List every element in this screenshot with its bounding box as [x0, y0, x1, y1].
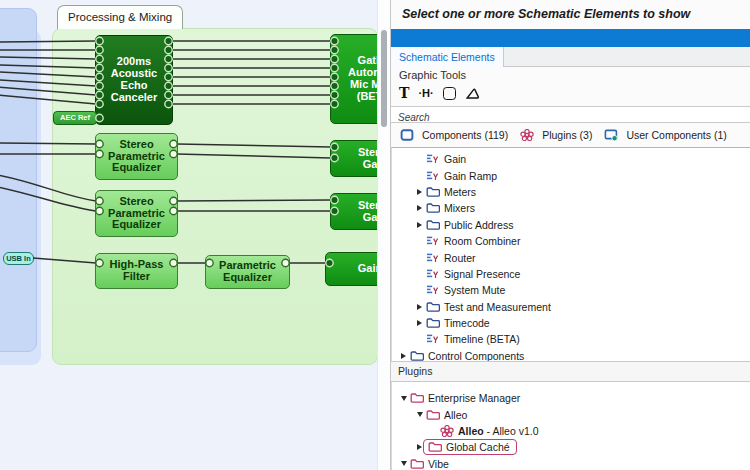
component-icon — [426, 153, 440, 165]
catalog-tab-label: Components (119) — [422, 129, 508, 141]
collapse-arrow-icon[interactable] — [401, 461, 407, 466]
tree-item-public-address[interactable]: Public Address — [398, 217, 750, 233]
panel-tabstrip: Schematic Elements — [391, 47, 750, 67]
collapse-arrow-icon[interactable] — [417, 412, 423, 417]
usb-in-badge[interactable]: USB In — [3, 252, 34, 265]
expand-arrow-icon[interactable] — [417, 189, 422, 195]
tree-item-global-cache[interactable]: Global Caché — [398, 439, 750, 455]
tree-item-signal-presence[interactable]: Signal Presence — [398, 266, 750, 282]
rounded-rectangle-icon — [443, 87, 456, 100]
tree-item-room-combiner[interactable]: Room Combiner — [398, 233, 750, 249]
aec-ref-badge[interactable]: AEC Ref — [53, 111, 97, 125]
tree-item-label: Signal Presence — [444, 268, 520, 280]
input-group-panel[interactable] — [0, 8, 37, 352]
tree-item-gain[interactable]: Gain — [398, 151, 750, 167]
catalog-tabs: Components (119) Plugins (3) User Compon… — [391, 123, 750, 147]
tree-item-timeline-beta[interactable]: Timeline (BETA) — [398, 331, 750, 347]
tree-item-label: Timeline (BETA) — [444, 333, 520, 345]
expand-arrow-icon[interactable] — [417, 222, 422, 228]
catalog-tab-components[interactable]: Components (119) — [399, 129, 508, 141]
search-box — [391, 106, 750, 123]
catalog-tab-user-components[interactable]: User Components (1) — [603, 129, 726, 141]
text-tool-button[interactable]: T — [399, 84, 409, 102]
tree-item-label: Vibe — [428, 458, 449, 470]
canvas-scrollbar[interactable] — [377, 0, 390, 470]
tree-item-label: Gain Ramp — [444, 170, 497, 182]
component-icon — [426, 235, 440, 247]
rectangle-tool-button[interactable] — [443, 84, 456, 102]
folder-icon — [428, 441, 442, 453]
tree-item-label: Room Combiner — [444, 235, 520, 247]
tree-item-label: Test and Measurement — [444, 301, 551, 313]
folder-icon — [426, 317, 440, 329]
tree-item-vibe[interactable]: Vibe — [398, 456, 750, 470]
plugin-flower-icon — [520, 129, 534, 141]
component-icon — [426, 268, 440, 280]
polygon-tool-button[interactable] — [465, 84, 480, 102]
tree-item-label: Control Components — [428, 350, 524, 361]
tree-item-gain-ramp[interactable]: Gain Ramp — [398, 167, 750, 183]
tree-item-label: Mixers — [444, 202, 475, 214]
expand-arrow-icon[interactable] — [417, 205, 422, 211]
block-label: 200ms Acoustic Echo Canceler — [102, 56, 166, 103]
component-icon — [426, 333, 440, 345]
graphic-tools-label: Graphic Tools — [399, 67, 466, 83]
tree-item-router[interactable]: Router — [398, 249, 750, 265]
block-stereo-parametric-equalizer-1[interactable]: Stereo Parametric Equalizer — [95, 133, 178, 180]
app-window: Processing & Mixing 200ms Acoustic Echo … — [0, 0, 750, 470]
tree-item-label: System Mute — [444, 284, 505, 296]
tree-item-label: Enterprise Manager — [428, 392, 520, 404]
graphic-tools-toolbar: T ·H· — [399, 84, 480, 102]
catalog-tab-plugins[interactable]: Plugins (3) — [519, 129, 592, 141]
block-label: High-Pass Filter — [106, 259, 168, 283]
folder-icon — [426, 219, 440, 231]
polygon-icon — [465, 87, 480, 100]
components-tree: Gain Gain Ramp Meters Mixers Public Addr… — [391, 147, 750, 361]
tree-item-mixers[interactable]: Mixers — [398, 200, 750, 216]
tab-schematic-elements[interactable]: Schematic Elements — [391, 47, 504, 67]
block-high-pass-filter[interactable]: High-Pass Filter — [95, 253, 178, 289]
block-parametric-equalizer[interactable]: Parametric Equalizer — [205, 255, 290, 289]
folder-icon — [410, 392, 424, 404]
block-label: Parametric Equalizer — [213, 260, 283, 284]
block-label: Stereo Parametric Equalizer — [101, 139, 173, 174]
folder-icon — [410, 350, 424, 361]
schematic-canvas[interactable]: Processing & Mixing 200ms Acoustic Echo … — [0, 0, 390, 470]
components-icon — [400, 129, 414, 141]
plugins-tree: Enterprise Manager Alleo Alleo - Alleo v… — [391, 382, 750, 470]
expand-arrow-icon[interactable] — [417, 320, 422, 326]
canvas-scrollbar-thumb[interactable] — [381, 30, 387, 127]
tree-item-test-and-measurement[interactable]: Test and Measurement — [398, 299, 750, 315]
block-acoustic-echo-canceler[interactable]: 200ms Acoustic Echo Canceler — [95, 35, 173, 125]
tree-item-control-components[interactable]: Control Components — [398, 348, 750, 361]
tree-item-timecode[interactable]: Timecode — [398, 315, 750, 331]
plugin-flower-icon — [440, 425, 454, 437]
tree-item-alleo-plugin[interactable]: Alleo - Alleo v1.0 — [398, 423, 750, 439]
component-icon — [426, 170, 440, 182]
component-icon — [426, 284, 440, 296]
tree-item-alleo-folder[interactable]: Alleo — [398, 406, 750, 422]
folder-icon — [426, 202, 440, 214]
selected-item-highlight[interactable]: Global Caché — [423, 439, 517, 455]
tree-item-enterprise-manager[interactable]: Enterprise Manager — [398, 390, 750, 406]
tree-item-label: Meters — [444, 186, 476, 198]
folder-icon — [426, 186, 440, 198]
wire-label-tool-button[interactable]: ·H· — [418, 84, 433, 102]
tree-item-label: Global Caché — [446, 441, 510, 453]
component-icon — [426, 252, 440, 264]
collapse-arrow-icon[interactable] — [401, 396, 407, 401]
tree-item-system-mute[interactable]: System Mute — [398, 282, 750, 298]
block-stereo-parametric-equalizer-2[interactable]: Stereo Parametric Equalizer — [95, 190, 178, 237]
accent-bar — [391, 29, 750, 47]
tree-item-label: Gain — [444, 153, 466, 165]
plugins-section-header: Plugins — [391, 361, 750, 382]
expand-arrow-icon[interactable] — [417, 444, 422, 450]
tree-item-meters[interactable]: Meters — [398, 184, 750, 200]
block-label: Stereo Parametric Equalizer — [101, 196, 173, 231]
expand-arrow-icon[interactable] — [417, 304, 422, 310]
processing-mixing-group-label[interactable]: Processing & Mixing — [57, 5, 183, 29]
expand-arrow-icon[interactable] — [401, 353, 406, 359]
tree-item-label: Alleo - Alleo v1.0 — [458, 425, 539, 437]
plugin-version: - Alleo v1.0 — [484, 425, 539, 437]
user-components-icon — [604, 129, 618, 141]
